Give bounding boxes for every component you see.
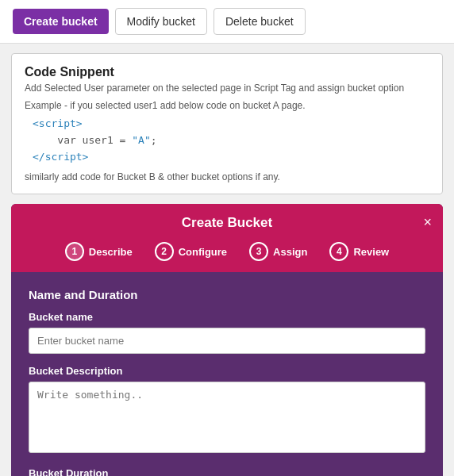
- modal-close-button[interactable]: ×: [423, 215, 432, 229]
- bucket-name-input[interactable]: [29, 328, 425, 354]
- step-2-label: Configure: [179, 246, 227, 258]
- code-line-2: var user1 = "A";: [33, 134, 157, 146]
- bucket-name-label: Bucket name: [29, 311, 425, 323]
- bucket-description-label: Bucket Description: [29, 365, 425, 377]
- code-snippet-panel: Code Snippent Add Selected User paramete…: [11, 53, 443, 194]
- toolbar: Create bucket Modify bucket Delete bucke…: [0, 0, 454, 44]
- section-name-duration: Name and Duration: [29, 288, 425, 301]
- step-assign[interactable]: 3 Assign: [238, 242, 318, 261]
- step-4-circle: 4: [329, 242, 348, 261]
- code-snippet-title: Code Snippent: [25, 65, 429, 79]
- code-snippet-example-label: Example - if you selected user1 add belo…: [25, 100, 429, 111]
- delete-bucket-button[interactable]: Delete bucket: [214, 8, 306, 35]
- code-line-3: </script>: [33, 151, 88, 163]
- modal-header: × Create Bucket 1 Describe 2 Configure 3…: [11, 204, 443, 272]
- step-configure[interactable]: 2 Configure: [144, 242, 238, 261]
- step-4-label: Review: [353, 246, 389, 258]
- step-3-label: Assign: [273, 246, 307, 258]
- create-bucket-modal: × Create Bucket 1 Describe 2 Configure 3…: [11, 204, 443, 476]
- step-3-circle: 3: [249, 242, 268, 261]
- modal-title: Create Bucket: [182, 215, 272, 231]
- step-2-circle: 2: [155, 242, 174, 261]
- step-1-label: Describe: [89, 246, 133, 258]
- modify-bucket-button[interactable]: Modify bucket: [115, 8, 207, 35]
- step-describe[interactable]: 1 Describe: [54, 242, 144, 261]
- create-bucket-button[interactable]: Create bucket: [13, 9, 109, 34]
- modal-body: Name and Duration Bucket name Bucket Des…: [11, 272, 443, 476]
- step-review[interactable]: 4 Review: [318, 242, 400, 261]
- step-1-circle: 1: [65, 242, 84, 261]
- code-line-1: <script>: [33, 117, 83, 129]
- bucket-description-textarea[interactable]: [29, 382, 425, 453]
- bucket-duration-label: Bucket Duration: [29, 467, 425, 476]
- code-block: <script> var user1 = "A"; </script>: [25, 116, 429, 165]
- code-snippet-subtitle: Add Selected User parameter on the selec…: [25, 83, 429, 94]
- code-snippet-note: similarly add code for Bucket B & other …: [25, 171, 429, 182]
- steps-row: 1 Describe 2 Configure 3 Assign 4 Review: [24, 242, 430, 261]
